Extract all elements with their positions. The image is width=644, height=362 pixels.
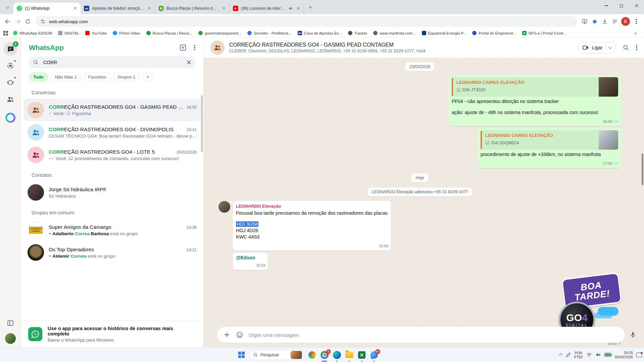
chat-title[interactable]: CORREÇÃO RASTREADORES GO4 - GASMIG PEAD … (229, 42, 573, 48)
attach-plus-icon[interactable] (223, 331, 231, 339)
bookmark-item[interactable]: YouTube (82, 31, 110, 35)
rail-panels-icon[interactable] (4, 316, 17, 330)
meta-ai-icon[interactable] (5, 113, 15, 123)
site-info-icon[interactable] (40, 19, 46, 24)
window-minimize-button[interactable] (599, 0, 614, 11)
filter-chip-groups[interactable]: Grupos 1 (113, 72, 140, 82)
bookmark-item[interactable]: www.manfrota.com... (370, 31, 418, 35)
downloads-icon[interactable] (600, 16, 610, 27)
back-button[interactable] (3, 16, 13, 27)
call-dropdown-chevron-icon[interactable] (608, 45, 612, 49)
search-box[interactable] (29, 56, 195, 68)
tab-busca-placas[interactable]: Busca Placas | Resumo da consu (155, 3, 230, 14)
start-button[interactable] (237, 351, 246, 359)
file-explorer-icon[interactable] (345, 351, 354, 359)
message-sender[interactable]: LEONARDO Elevação (236, 203, 388, 209)
window-close-button[interactable] (629, 0, 644, 11)
conversation-item[interactable]: CORREÇÃO RASTREADORES GO4 - DIVINOPOLIS … (23, 121, 201, 144)
sender-avatar[interactable] (218, 201, 230, 213)
tab-apostas[interactable]: sb Apostas de futebol: emoção a c (81, 3, 155, 14)
window-maximize-button[interactable] (614, 0, 629, 11)
chat-search-icon[interactable] (623, 44, 629, 51)
tab-close-icon[interactable] (147, 6, 152, 11)
reload-button[interactable] (23, 16, 33, 27)
bookmark-item[interactable]: Prime Video (110, 31, 143, 35)
tab-audio-speaker-icon[interactable] (288, 6, 293, 11)
bookmark-item[interactable]: Equatorial Energia P... (419, 31, 469, 35)
tab-search-chevron-icon[interactable] (3, 3, 12, 12)
copilot-icon[interactable] (308, 351, 316, 359)
apps-grid-icon[interactable] (3, 31, 8, 36)
bookmark-item[interactable]: Busca Placas | Resul... (143, 31, 195, 35)
battery-icon[interactable] (604, 353, 611, 357)
rail-chats-icon[interactable]: 1 (4, 42, 17, 56)
bookmark-item[interactable]: WhatsApp EDSON (10, 31, 55, 35)
download-app-banner[interactable]: Use o app para acessar o histórico de co… (21, 321, 203, 347)
volume-icon[interactable] (595, 352, 601, 358)
reading-list-icon[interactable] (610, 16, 620, 27)
tab-youtube[interactable]: (36) Louvores de Adoração (230, 3, 304, 14)
incoming-message[interactable]: @Edson 15:59 (233, 253, 268, 270)
clear-search-icon[interactable] (187, 60, 191, 65)
sidebar-scrollbar[interactable] (201, 95, 203, 152)
filter-chip-favorites[interactable]: Favoritos (84, 72, 110, 82)
emoji-icon[interactable] (236, 331, 243, 339)
call-button[interactable]: Ligar (578, 42, 616, 53)
chat-participants[interactable]: CLEBER, Cleverton, DOUGLAS, LEONARDO, LE… (229, 49, 573, 53)
new-tab-button[interactable]: + (306, 3, 315, 12)
browser-menu-icon[interactable] (631, 16, 641, 27)
browser-profile-avatar[interactable]: E (621, 17, 630, 26)
chat-header[interactable]: CORREÇÃO RASTREADORES GO4 - GASMIG PEAD … (204, 38, 644, 58)
profile-avatar[interactable] (5, 333, 16, 344)
install-app-icon[interactable] (580, 16, 590, 27)
rail-communities-icon[interactable] (4, 93, 17, 106)
chrome-icon[interactable]: E (320, 351, 329, 359)
message-input[interactable] (249, 332, 618, 338)
bookmark-item[interactable]: Portal do Empreend... (469, 31, 519, 35)
excel-icon[interactable] (357, 351, 366, 359)
incoming-message[interactable]: LEONARDO Elevação Pessoal boa tarde prec… (233, 201, 391, 251)
mic-icon[interactable] (629, 331, 637, 339)
edge-icon[interactable] (333, 351, 341, 359)
bookmark-item[interactable]: governotransparent... (195, 31, 244, 35)
conversation-item[interactable]: CORREÇÃO RASTREDORES GO4 - LOTE 5 20/03/… (23, 144, 201, 166)
filter-add-icon[interactable]: + (143, 72, 153, 82)
sidebar-menu-icon[interactable] (194, 47, 195, 48)
bookmark-item[interactable]: Tracker (345, 31, 370, 35)
tab-close-icon[interactable] (296, 6, 301, 11)
tab-whatsapp[interactable]: (1) WhatsApp (13, 3, 81, 14)
bookmarks-overflow-chevron[interactable]: » (634, 31, 641, 36)
language-indicator[interactable]: PORPTB2 (574, 351, 583, 359)
tray-expand-chevron-icon[interactable] (559, 353, 562, 357)
rail-status-icon[interactable] (4, 59, 17, 72)
clock[interactable]: 16:0530/03/2026 (614, 351, 633, 359)
new-chat-icon[interactable] (179, 44, 187, 51)
bookmark-item[interactable]: NNFS-e | Portal Contr... (519, 31, 569, 35)
notifications-icon[interactable] (636, 353, 642, 357)
contact-item[interactable]: Jorge Só hidráulica IRPF Só Hidráulica (23, 181, 201, 204)
quoted-message[interactable]: LEONARDO CAIRES ELEVAÇÃO DW JT3020 (452, 77, 618, 97)
chat-menu-icon[interactable] (636, 47, 637, 48)
rail-channels-icon[interactable] (4, 76, 17, 89)
tracker-app-icon[interactable]: 67 (370, 351, 379, 359)
tab-close-icon[interactable] (221, 6, 227, 11)
outgoing-message[interactable]: LEONARDO CAIRES ELEVAÇÃO DW JT3020 PF04 … (449, 75, 621, 126)
quoted-message[interactable]: LEONARDO CAIRES ELEVAÇÃO Gol SDQ6B24 (481, 130, 618, 150)
chat-group-avatar[interactable] (210, 41, 225, 55)
wifi-icon[interactable] (586, 352, 592, 358)
bookmark-item[interactable]: sbCasa de Apostas Es... (295, 31, 345, 35)
address-bar[interactable]: web.whatsapp.com (36, 16, 577, 27)
bookmark-item[interactable]: DIGITAL (55, 31, 82, 35)
filter-chip-all[interactable]: Tudo (29, 72, 48, 82)
bookmark-star-icon[interactable] (590, 16, 600, 27)
filter-chip-unread[interactable]: Não lidas 1 (51, 72, 81, 82)
group-item[interactable]: CAMARGOCORRÊA Super Amigos da Camargo 14… (23, 219, 201, 241)
search-input[interactable] (43, 60, 182, 65)
bookmark-item[interactable]: Servidor - Prefeitura... (244, 31, 294, 35)
conversation-item[interactable]: CORREÇÃO RASTREADORES GO4 - GASMIG PEAD … (23, 99, 201, 121)
taskbar-search[interactable]: Pesquisar (249, 350, 304, 360)
mention-text[interactable]: @Edson (236, 255, 255, 260)
outgoing-message[interactable]: LEONARDO CAIRES ELEVAÇÃO Gol SDQ6B24 pro… (478, 128, 621, 168)
group-item[interactable]: Os Top Operadores 14:21 ~ Aldemir Correi… (23, 241, 201, 264)
pen-icon[interactable] (565, 352, 571, 358)
